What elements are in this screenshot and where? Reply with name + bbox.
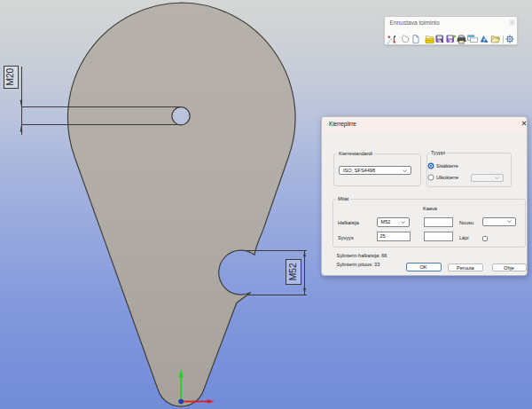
svg-text:M52: M52: [288, 263, 298, 280]
svg-text:M20: M20: [5, 67, 15, 85]
